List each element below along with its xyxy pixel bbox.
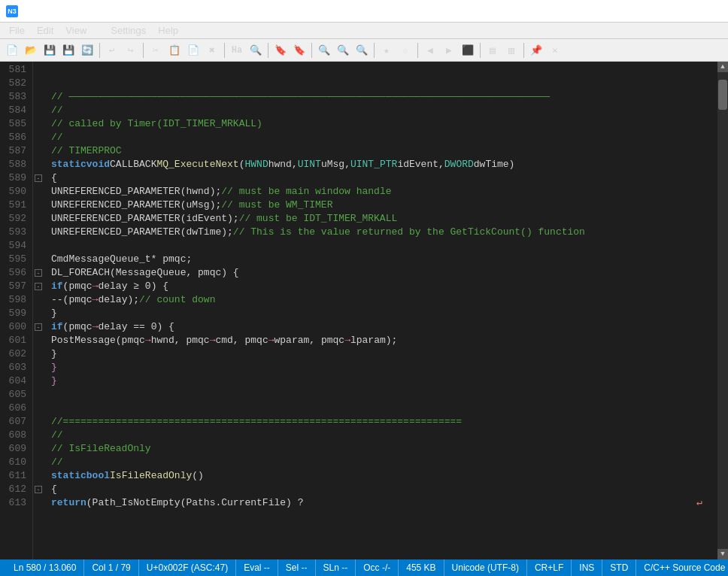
toolbar-delete[interactable]: ✖ [203, 41, 221, 59]
menu-settings[interactable]: Settings [105, 23, 152, 39]
status-item: SLn -- [316, 559, 356, 576]
function-token: IsFileReadOnly [110, 469, 192, 483]
toolbar-save[interactable]: 💾 [41, 41, 59, 59]
keyword-token: static [51, 469, 86, 483]
toolbar-zoom-reset[interactable]: 🔍 [353, 41, 371, 59]
menu-file[interactable]: File [3, 23, 31, 39]
line-number: 582 [6, 77, 26, 90]
toolbar-replace[interactable]: 🔍 [247, 41, 265, 59]
plain-token: --(pmqc [51, 293, 93, 307]
fold-indicator[interactable]: - [35, 283, 42, 290]
code-area[interactable]: // —————————————————————————————————————… [44, 62, 717, 559]
line-number: 600 [6, 320, 26, 334]
toolbar-separator-9 [523, 43, 524, 58]
toolbar-separator-1 [99, 43, 100, 58]
gutter-cell [33, 293, 44, 307]
code-line: //======================================… [50, 415, 717, 429]
toolbar-find[interactable]: Ha [228, 41, 246, 59]
scroll-track[interactable] [717, 72, 728, 549]
line-number: 598 [6, 293, 26, 307]
toolbar-star1[interactable]: ★ [378, 41, 396, 59]
plain-token: idEvent, [397, 158, 444, 171]
toolbar-bookmark1[interactable]: 🔖 [271, 41, 290, 59]
gutter-cell [33, 104, 44, 117]
arrow-token: → [93, 280, 99, 293]
fold-indicator[interactable]: - [35, 269, 42, 277]
code-line [50, 63, 717, 77]
comment-token: // IsFileReadOnly [51, 442, 151, 456]
fold-indicator[interactable]: - [35, 323, 42, 331]
line-number: 612 [6, 483, 26, 496]
scroll-down-arrow[interactable]: ▼ [717, 549, 728, 559]
toolbar-redo[interactable]: ↪ [122, 41, 140, 59]
scroll-up-arrow[interactable]: ▲ [717, 62, 728, 72]
plain-token: wparam, pmqc [275, 334, 345, 347]
comment-token: // This is the value returned by the Get… [233, 226, 585, 239]
close-button[interactable] [91, 0, 126, 23]
toolbar-cut[interactable]: ✂ [147, 41, 165, 59]
fold-indicator[interactable]: - [35, 486, 42, 493]
plain-token: UNREFERENCED_PARAMETER(idEvent); [51, 212, 239, 226]
plain-token: CmdMessageQueue_t* pmqc; [51, 253, 192, 266]
menu-view[interactable]: View [59, 23, 93, 39]
toolbar-pin[interactable]: 📌 [527, 41, 545, 59]
scrollbar[interactable]: ▲ ▼ [717, 62, 728, 559]
plain-token: UNREFERENCED_PARAMETER(dwTime); [51, 226, 233, 239]
code-line: if (pmqc→delay == 0) { [50, 320, 717, 334]
toolbar-copy[interactable]: 📋 [165, 41, 184, 59]
fold-indicator[interactable]: - [35, 174, 42, 182]
toolbar-zoom-in[interactable]: 🔍 [315, 41, 333, 59]
plain-token: delay); [98, 293, 139, 307]
toolbar-reload[interactable]: 🔄 [78, 41, 96, 59]
toolbar-view1[interactable]: ▤ [484, 41, 502, 59]
plain-token: cmd, pmqc [215, 334, 268, 347]
toolbar-search-prev[interactable]: ◀ [421, 41, 439, 59]
toolbar-view2[interactable]: ▥ [502, 41, 520, 59]
menu-edit[interactable]: Edit [31, 23, 59, 39]
status-item: CR+LF [527, 559, 572, 576]
plain-token: DL_FOREACH(MessageQueue, pmqc) { [51, 266, 239, 280]
toolbar-search-next[interactable]: ▶ [440, 41, 458, 59]
status-item: C/C++ Source Code [636, 559, 728, 576]
code-line: // IsFileReadOnly [50, 442, 717, 456]
gutter-cell [33, 185, 44, 199]
toolbar-paste[interactable]: 📄 [184, 41, 202, 59]
code-line: { [50, 483, 717, 496]
gutter-cell [33, 469, 44, 483]
scroll-thumb[interactable] [718, 80, 727, 110]
gutter-cell [33, 158, 44, 171]
status-item: STD [602, 559, 636, 576]
code-line: static bool IsFileReadOnly() [50, 469, 717, 483]
toolbar-save-as[interactable]: 💾 [59, 41, 77, 59]
status-item: Eval -- [236, 559, 278, 576]
status-item: Unicode (UTF-8) [444, 559, 527, 576]
comment-token: // TIMERPROC [51, 144, 122, 158]
code-line: --(pmqc→delay); // count down [50, 293, 717, 307]
keyword-token: static [51, 158, 86, 171]
toolbar-separator-2 [143, 43, 144, 58]
maximize-button[interactable] [56, 0, 91, 23]
toolbar-zoom-out[interactable]: 🔍 [334, 41, 352, 59]
toolbar-undo[interactable]: ↩ [103, 41, 121, 59]
comment-token: // [51, 429, 63, 442]
gutter-cell [33, 347, 44, 361]
arrow-token: → [344, 334, 350, 347]
gutter-cell [33, 90, 44, 104]
menu-appearance[interactable] [93, 23, 105, 39]
toolbar-new[interactable]: 📄 [3, 41, 21, 59]
line-number: 599 [6, 307, 26, 320]
type-token: UINT [298, 158, 321, 171]
toolbar-open[interactable]: 📂 [22, 41, 40, 59]
menu-help[interactable]: Help [152, 23, 184, 39]
toolbar-search-all[interactable]: ⬛ [459, 41, 477, 59]
keyword-token: return [51, 496, 86, 510]
toolbar-close[interactable]: ✕ [546, 41, 564, 59]
type-token: DWORD [444, 158, 474, 171]
gutter-cell [33, 456, 44, 469]
toolbar-star2[interactable]: ☆ [396, 41, 414, 59]
line-number: 606 [6, 402, 26, 415]
minimize-button[interactable] [22, 0, 56, 23]
gutter-cell: - [33, 320, 44, 334]
toolbar-bookmark2[interactable]: 🔖 [290, 41, 308, 59]
app-icon: N3 [6, 5, 18, 17]
